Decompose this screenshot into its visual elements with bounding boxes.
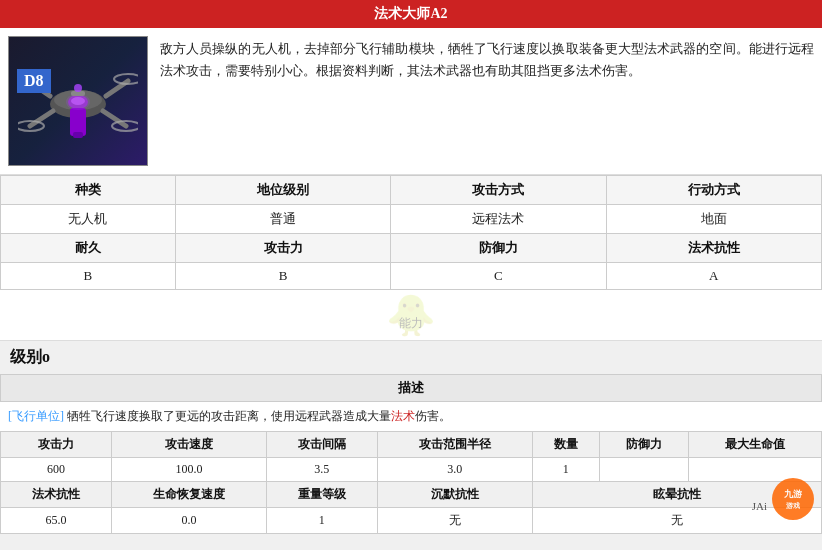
th-silence: 沉默抗性 bbox=[377, 482, 532, 508]
th-atkint: 攻击间隔 bbox=[266, 432, 377, 458]
ability-desc: [飞行单位] 牺牲飞行速度换取了更远的攻击距离，使用远程武器造成大量法术伤害。 bbox=[0, 402, 822, 431]
data-table: 攻击力 攻击速度 攻击间隔 攻击范围半径 数量 防御力 最大生命值 600 10… bbox=[0, 431, 822, 534]
unit-image-wrapper: D8 bbox=[8, 36, 148, 166]
th-maxhp: 最大生命值 bbox=[689, 432, 822, 458]
th-count: 数量 bbox=[532, 432, 599, 458]
td-hpregen: 0.0 bbox=[112, 508, 267, 534]
jiuyou-sub: 游戏 bbox=[786, 501, 800, 511]
val-res: A bbox=[606, 263, 821, 290]
val-attack: 远程法术 bbox=[391, 205, 606, 234]
main-content: D8 bbox=[0, 28, 822, 340]
td-range: 3.0 bbox=[377, 458, 532, 482]
val-hp: B bbox=[1, 263, 176, 290]
th-res: 法术抗性 bbox=[1, 482, 112, 508]
th-weight: 重量等级 bbox=[266, 482, 377, 508]
level-label: 级别o bbox=[10, 348, 50, 365]
stats-table: 种类 地位级别 攻击方式 行动方式 无人机 普通 远程法术 地面 耐久 攻击力 … bbox=[0, 175, 822, 290]
ability-watermark-area: 🐥 能力 bbox=[0, 290, 822, 340]
svg-rect-12 bbox=[70, 108, 86, 136]
td-weight: 1 bbox=[266, 508, 377, 534]
td-res: 65.0 bbox=[1, 508, 112, 534]
col-action: 行动方式 bbox=[606, 176, 821, 205]
unit-image-inner bbox=[9, 37, 147, 165]
col-def: 防御力 bbox=[391, 234, 606, 263]
val-action: 地面 bbox=[606, 205, 821, 234]
val-rank: 普通 bbox=[175, 205, 390, 234]
page-title: 法术大师A2 bbox=[374, 6, 447, 21]
jiuyou-badge: 九游 游戏 bbox=[772, 478, 814, 520]
td-silence: 无 bbox=[377, 508, 532, 534]
unit-badge: D8 bbox=[17, 69, 51, 93]
val-atk: B bbox=[175, 263, 390, 290]
jai-label: JAi bbox=[752, 500, 767, 512]
bottom-section: 描述 [飞行单位] 牺牲飞行速度换取了更远的攻击距离，使用远程武器造成大量法术伤… bbox=[0, 374, 822, 534]
col-type: 种类 bbox=[1, 176, 176, 205]
jiuyou-label: 九游 bbox=[784, 488, 802, 501]
drone-icon bbox=[18, 46, 138, 156]
level-section: 级别o bbox=[0, 340, 822, 374]
th-atkspd: 攻击速度 bbox=[112, 432, 267, 458]
desc-link[interactable]: [飞行单位] bbox=[8, 409, 64, 423]
td-atk: 600 bbox=[1, 458, 112, 482]
svg-point-16 bbox=[74, 84, 82, 92]
col-atk: 攻击力 bbox=[175, 234, 390, 263]
ability-section-title: 描述 bbox=[0, 374, 822, 402]
th-range: 攻击范围半径 bbox=[377, 432, 532, 458]
val-def: C bbox=[391, 263, 606, 290]
top-section: D8 bbox=[0, 28, 822, 175]
th-def: 防御力 bbox=[599, 432, 688, 458]
td-def bbox=[599, 458, 688, 482]
col-hp: 耐久 bbox=[1, 234, 176, 263]
val-type: 无人机 bbox=[1, 205, 176, 234]
svg-point-14 bbox=[66, 94, 90, 110]
jiuyou-circle: 九游 游戏 bbox=[772, 478, 814, 520]
svg-rect-13 bbox=[73, 132, 83, 138]
col-res: 法术抗性 bbox=[606, 234, 821, 263]
col-rank: 地位级别 bbox=[175, 176, 390, 205]
description-text: 敌方人员操纵的无人机，去掉部分飞行辅助模块，牺牲了飞行速度以换取装备更大型法术武… bbox=[160, 36, 814, 82]
td-atkspd: 100.0 bbox=[112, 458, 267, 482]
title-bar: 法术大师A2 bbox=[0, 0, 822, 28]
th-hpregen: 生命恢复速度 bbox=[112, 482, 267, 508]
td-atkint: 3.5 bbox=[266, 458, 377, 482]
td-count: 1 bbox=[532, 458, 599, 482]
col-attack: 攻击方式 bbox=[391, 176, 606, 205]
th-atk: 攻击力 bbox=[1, 432, 112, 458]
neng-li-text: 能力 bbox=[399, 315, 423, 332]
